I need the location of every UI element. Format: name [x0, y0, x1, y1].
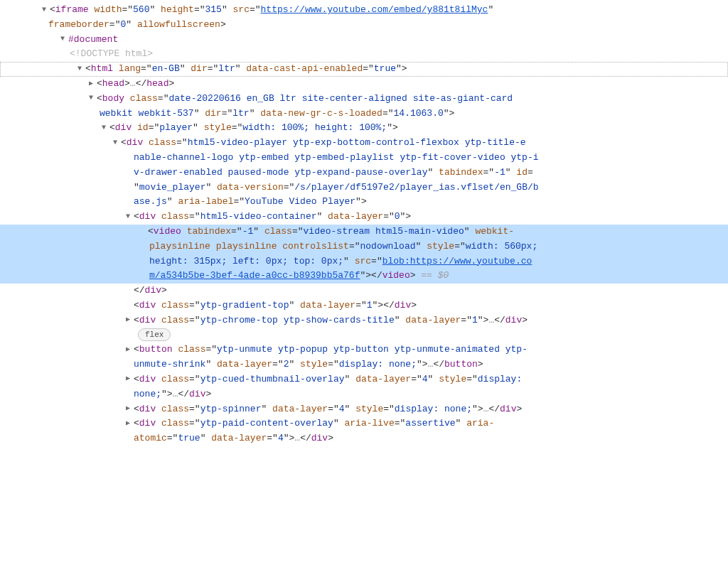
chevron-down-icon[interactable]: ▼	[111, 137, 119, 149]
body-node[interactable]: ▼<body class="date-20220616 en_GB ltr si…	[0, 92, 728, 107]
doctype-node: <!DOCTYPE html>	[0, 47, 728, 62]
tag-name: iframe	[55, 4, 89, 15]
chrome-top-node[interactable]: ▶<div class="ytp-chrome-top ytp-show-car…	[0, 313, 728, 328]
iframe-node[interactable]: ▼<iframe width="560" height="315" src="h…	[0, 3, 728, 18]
chevron-right-icon[interactable]: ▶	[124, 373, 132, 384]
chevron-right-icon[interactable]: ▶	[87, 78, 95, 90]
chevron-right-icon[interactable]: ▶	[124, 403, 132, 414]
chevron-right-icon[interactable]: ▶	[124, 344, 132, 355]
chevron-down-icon[interactable]: ▼	[87, 92, 95, 104]
document-node[interactable]: ▼#document	[0, 33, 728, 48]
unmute-button-cont: unmute-shrink" data-layer="2" style="dis…	[0, 357, 728, 372]
movie-player-node[interactable]: ▼<div class="html5-video-player ytp-exp-…	[0, 136, 728, 151]
flex-badge-row: flex	[0, 328, 728, 343]
video-src-link[interactable]: blob:https://www.youtube.co	[382, 256, 532, 266]
body-node-cont: webkit webkit-537" dir="ltr" data-new-gr…	[0, 107, 728, 122]
html-node[interactable]: ▼<html lang="en-GB" dir="ltr" data-cast-…	[0, 62, 728, 77]
video-node-cont1: playsinline playsinline controlslist="no…	[0, 239, 728, 254]
movie-player-cont4: ase.js" aria-label="YouTube Video Player…	[0, 195, 728, 210]
chevron-right-icon[interactable]: ▶	[124, 314, 132, 325]
video-node-cont2: height: 315px; left: 0px; top: 0px;" src…	[0, 254, 728, 269]
player-div-node[interactable]: ▼<div id="player" style="width: 100%; he…	[0, 121, 728, 136]
cued-overlay-node[interactable]: ▶<div class="ytp-cued-thumbnail-overlay"…	[0, 372, 728, 387]
spinner-node[interactable]: ▶<div class="ytp-spinner" data-layer="4"…	[0, 402, 728, 417]
video-src-link-cont[interactable]: m/a534b5be-3bef-4ade-a0cc-b8939bb5a76f	[149, 270, 360, 281]
selection-indicator: == $0	[416, 270, 449, 281]
chevron-down-icon[interactable]: ▼	[40, 4, 48, 16]
cued-overlay-cont: none;">…</div>	[0, 387, 728, 402]
chevron-right-icon[interactable]: ▶	[124, 418, 132, 429]
video-node-cont3: m/a534b5be-3bef-4ade-a0cc-b8939bb5a76f">…	[0, 269, 728, 284]
unmute-button-node[interactable]: ▶<button class="ytp-unmute ytp-popup ytp…	[0, 343, 728, 357]
paid-overlay-node[interactable]: ▶<div class="ytp-paid-content-overlay" a…	[0, 416, 728, 431]
movie-player-cont3: "movie_player" data-version="/s/player/d…	[0, 181, 728, 195]
movie-player-cont1: nable-channel-logo ytp-embed ytp-embed-p…	[0, 151, 728, 166]
close-div-node: </div>	[0, 284, 728, 298]
gradient-top-node[interactable]: <div class="ytp-gradient-top" data-layer…	[0, 298, 728, 313]
flex-badge: flex	[138, 328, 171, 341]
iframe-src-link[interactable]: https://www.youtube.com/embed/y881t8ilMy…	[261, 4, 488, 15]
movie-player-cont2: v-drawer-enabled paused-mode ytp-expand-…	[0, 166, 728, 181]
video-container-node[interactable]: ▼<div class="html5-video-container" data…	[0, 210, 728, 225]
chevron-down-icon[interactable]: ▼	[75, 63, 84, 75]
chevron-down-icon[interactable]: ▼	[58, 33, 67, 45]
head-node[interactable]: ▶<head>…</head>	[0, 77, 728, 92]
chevron-down-icon[interactable]: ▼	[124, 211, 132, 222]
selected-node-highlight: <video tabindex="-1" class="video-stream…	[0, 225, 728, 284]
dom-tree: ▼<iframe width="560" height="315" src="h…	[0, 0, 728, 449]
chevron-down-icon[interactable]: ▼	[100, 122, 108, 134]
video-node[interactable]: <video tabindex="-1" class="video-stream…	[0, 225, 728, 239]
iframe-node-cont: frameborder="0" allowfullscreen>	[0, 18, 728, 33]
paid-overlay-cont: atomic="true" data-layer="4">…</div>	[0, 431, 728, 446]
